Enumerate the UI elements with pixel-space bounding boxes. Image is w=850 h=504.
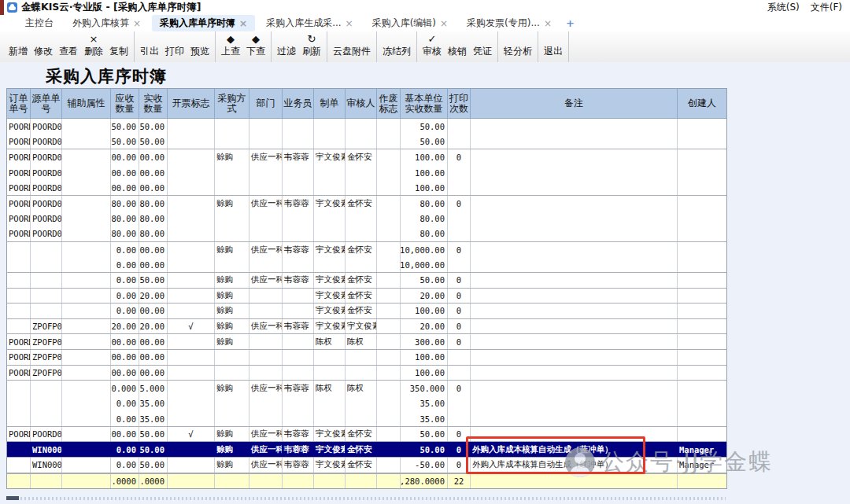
cell-creator[interactable] (678, 396, 726, 412)
cell-maker[interactable] (314, 226, 346, 241)
cell-department[interactable] (249, 289, 283, 304)
cell-creator[interactable] (678, 196, 726, 212)
cell-base_qty_received[interactable]: 35.00 (401, 411, 448, 426)
cell-auditor[interactable]: 陈权 (346, 334, 377, 349)
cell-creator[interactable] (678, 366, 726, 381)
cell-aux_attr[interactable] (62, 366, 111, 381)
cell-remark[interactable] (471, 334, 678, 349)
cell-source_no[interactable] (31, 289, 62, 304)
cell-creator[interactable] (678, 411, 726, 426)
table-row[interactable]: 0.0010,000.0010,000.00 (7, 257, 726, 273)
cell-maker[interactable]: 宇文俊素 (314, 319, 346, 334)
cell-invoice_flag[interactable] (168, 257, 215, 272)
cell-order_no[interactable] (7, 442, 31, 457)
cell-print_count[interactable]: 0 (448, 334, 471, 349)
cell-purchase_method[interactable] (215, 134, 249, 149)
writeoff-button[interactable]: 核销 (445, 31, 470, 62)
cell-maker[interactable]: 宇文俊素 (314, 304, 346, 318)
cell-source_no[interactable]: POORD000 (31, 427, 62, 442)
cell-qty_received[interactable]: 20.00 (139, 289, 168, 304)
cell-aux_attr[interactable] (62, 458, 111, 473)
cell-source_no[interactable] (31, 273, 62, 288)
cell-auditor[interactable]: 金怀安 (346, 442, 377, 457)
cell-source_no[interactable]: ZPOFP000 (31, 366, 62, 381)
cell-creator[interactable] (678, 273, 726, 288)
cell-purchase_method[interactable]: 赊购 (215, 242, 249, 258)
cell-auditor[interactable]: 宇文俊素 (346, 319, 377, 334)
cell-salesman[interactable]: 韦蓉蓉 (283, 427, 314, 442)
cell-purchase_method[interactable] (215, 257, 249, 272)
cell-source_no[interactable]: ZPOFP000 (31, 334, 62, 349)
cell-remark[interactable] (471, 366, 678, 381)
cell-aux_attr[interactable] (62, 257, 111, 272)
cell-source_no[interactable]: POORD000 (31, 180, 62, 195)
cell-creator[interactable] (678, 134, 726, 149)
cell-remark[interactable] (471, 212, 678, 227)
cell-cancel_flag[interactable] (377, 304, 401, 318)
cell-auditor[interactable] (346, 119, 377, 134)
cell-order_no[interactable]: POORD000 (7, 180, 31, 195)
cell-purchase_method[interactable] (215, 396, 249, 412)
cell-purchase_method[interactable] (215, 366, 249, 381)
table-row[interactable]: 0.0020.00赊购宇文俊素金怀安20.000 (7, 289, 726, 304)
new-doc-button[interactable]: 新增 (6, 31, 31, 62)
cell-print_count[interactable] (448, 411, 471, 426)
cell-print_count[interactable] (448, 396, 471, 412)
cell-order_no[interactable]: POORD000 (7, 334, 31, 349)
cell-source_no[interactable] (31, 257, 62, 272)
cell-cancel_flag[interactable] (377, 289, 401, 304)
cell-salesman[interactable] (283, 180, 314, 195)
menu-file[interactable]: 文件(F) (811, 1, 842, 14)
cell-source_no[interactable]: WIN0000 (31, 458, 62, 473)
cell-invoice_flag[interactable]: √ (168, 319, 215, 334)
cell-order_no[interactable]: POORD000 (7, 366, 31, 381)
cell-base_qty_received[interactable]: 50.00 (401, 427, 448, 442)
cell-order_no[interactable]: POORD000 (7, 119, 31, 134)
cell-auditor[interactable] (346, 165, 377, 181)
cell-department[interactable] (249, 212, 283, 227)
cell-remark[interactable] (471, 180, 678, 195)
cell-qty_due[interactable]: 100.00 (111, 366, 139, 381)
cell-base_qty_received[interactable]: 80.00 (401, 196, 448, 212)
cell-base_qty_received[interactable]: 80.00 (401, 226, 448, 241)
cell-salesman[interactable] (283, 396, 314, 412)
cell-department[interactable]: 供应一科 (249, 196, 283, 212)
cell-invoice_flag[interactable] (168, 212, 215, 227)
cell-maker[interactable] (314, 350, 346, 365)
table-row[interactable]: POORD000POORD00080.0080.00赊购供应一科韦蓉蓉宇文俊素金… (7, 196, 726, 212)
cell-aux_attr[interactable] (62, 273, 111, 288)
freeze-columns-button[interactable]: 冻结列 (379, 31, 414, 62)
cell-qty_due[interactable]: 80.00 (111, 212, 139, 227)
cell-qty_due[interactable]: 0.00 (111, 289, 139, 304)
cell-department[interactable]: 供应一科 (249, 427, 283, 442)
cell-maker[interactable]: 宇文俊素 (314, 273, 346, 288)
cell-auditor[interactable] (346, 350, 377, 365)
cell-qty_received[interactable]: 300.00 (139, 334, 168, 349)
cell-cancel_flag[interactable] (377, 411, 401, 426)
cell-auditor[interactable] (346, 396, 377, 412)
cell-invoice_flag[interactable] (168, 381, 215, 396)
cell-order_no[interactable]: POORD000 (7, 196, 31, 212)
close-icon[interactable]: × (440, 20, 448, 28)
close-icon[interactable]: × (133, 20, 141, 28)
cell-creator[interactable] (678, 165, 726, 181)
cell-base_qty_received[interactable]: 100.00 (401, 149, 448, 165)
cell-purchase_method[interactable] (215, 119, 249, 134)
cell-cancel_flag[interactable] (377, 149, 401, 165)
menu-system[interactable]: 系统(S) (767, 1, 800, 14)
cell-aux_attr[interactable] (62, 165, 111, 181)
copy-button[interactable]: 复制 (106, 31, 131, 62)
cell-order_no[interactable] (7, 411, 31, 426)
cell-print_count[interactable] (448, 350, 471, 365)
cell-auditor[interactable]: 金怀安 (346, 289, 377, 304)
cell-creator[interactable] (678, 149, 726, 165)
cell-print_count[interactable]: 0 (448, 319, 471, 334)
cell-invoice_flag[interactable] (168, 119, 215, 134)
cell-auditor[interactable]: 陈权 (346, 381, 377, 396)
cell-print_count[interactable]: 0 (448, 196, 471, 212)
exit-button[interactable]: 退出 (541, 31, 566, 62)
cell-creator[interactable] (678, 381, 726, 396)
cell-invoice_flag[interactable] (168, 242, 215, 258)
cell-invoice_flag[interactable] (168, 180, 215, 195)
cell-purchase_method[interactable]: 赊购 (215, 196, 249, 212)
